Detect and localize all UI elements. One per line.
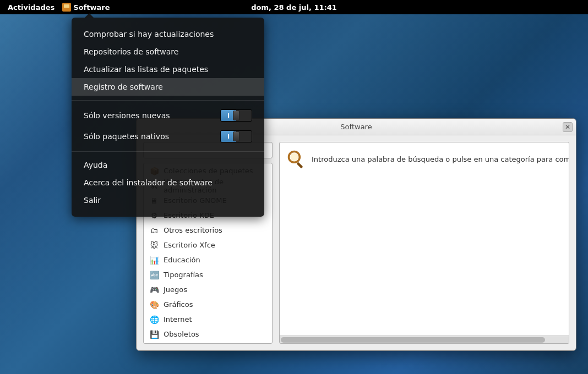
- category-icon: 🎨: [149, 300, 159, 310]
- app-menu-label: Software: [73, 3, 110, 12]
- category-icon: 🎮: [149, 285, 159, 295]
- menu-item[interactable]: Comprobar si hay actualizaciones: [72, 25, 264, 43]
- toggle-switch[interactable]: I: [220, 130, 252, 142]
- magnifier-icon: [286, 149, 306, 169]
- category-item[interactable]: 🔤Tipografías: [144, 267, 272, 282]
- menu-item[interactable]: Registro de software: [72, 78, 264, 96]
- close-icon: ✕: [565, 123, 570, 131]
- scrollbar-thumb[interactable]: [281, 337, 545, 343]
- menu-item[interactable]: Ayuda: [72, 156, 264, 174]
- category-item[interactable]: 💾Obsoletos: [144, 327, 272, 342]
- category-icon: 💾: [149, 329, 159, 339]
- category-item[interactable]: 🐭Escritorio Xfce: [144, 238, 272, 252]
- category-item[interactable]: 🎮Juegos: [144, 282, 272, 297]
- category-icon: 🗂: [149, 226, 159, 235]
- category-item[interactable]: 🗂Otros escritorios: [144, 223, 272, 238]
- category-label: Juegos: [164, 285, 187, 294]
- window-title: Software: [340, 123, 372, 131]
- window-close-button[interactable]: ✕: [563, 122, 573, 132]
- toggle-knob: [233, 111, 239, 120]
- toggle-label: Sólo paquetes nativos: [84, 132, 169, 141]
- category-label: Escritorio Xfce: [164, 241, 215, 249]
- category-label: Gráficos: [164, 300, 193, 309]
- category-icon: 📊: [149, 255, 159, 265]
- menu-item[interactable]: Salir: [72, 191, 264, 209]
- toggle-label: Sólo versiones nuevas: [84, 111, 170, 120]
- menu-toggle-row: Sólo paquetes nativosI: [72, 126, 264, 147]
- activities-button[interactable]: Actividades: [0, 3, 62, 12]
- menu-item[interactable]: Repositorios de software: [72, 43, 264, 61]
- menu-item[interactable]: Actualizar las listas de paquetes: [72, 61, 264, 78]
- toggle-knob: [233, 131, 239, 141]
- menu-toggle-row: Sólo versiones nuevasI: [72, 105, 264, 126]
- category-label: Obsoletos: [164, 330, 199, 338]
- category-icon: 🌐: [149, 315, 159, 324]
- app-dropdown-menu: Comprobar si hay actualizacionesReposito…: [72, 18, 264, 217]
- svg-point-1: [290, 153, 298, 161]
- horizontal-scrollbar[interactable]: [280, 336, 569, 343]
- software-box-icon: [62, 3, 71, 12]
- category-label: Otros escritorios: [164, 226, 222, 234]
- category-icon: 🔤: [149, 270, 159, 280]
- category-icon: 🐭: [149, 240, 159, 250]
- toggle-switch[interactable]: I: [220, 109, 252, 122]
- category-item[interactable]: 🌐Internet: [144, 312, 272, 327]
- category-item[interactable]: 📊Educación: [144, 252, 272, 267]
- svg-rect-2: [296, 162, 303, 168]
- results-pane: Introduzca una palabra de búsqueda o pul…: [279, 142, 569, 344]
- menu-item[interactable]: Acerca del instalador de software: [72, 174, 264, 191]
- gnome-top-bar: Actividades Software dom, 28 de jul, 11:…: [0, 0, 588, 14]
- app-menu-button[interactable]: Software: [62, 3, 115, 12]
- hint-text: Introduzca una palabra de búsqueda o pul…: [312, 155, 569, 163]
- category-label: Tipografías: [164, 271, 203, 279]
- category-label: Internet: [164, 315, 192, 323]
- clock[interactable]: dom, 28 de jul, 11:41: [251, 3, 337, 12]
- category-item[interactable]: 🎨Gráficos: [144, 297, 272, 312]
- category-label: Educación: [164, 256, 200, 264]
